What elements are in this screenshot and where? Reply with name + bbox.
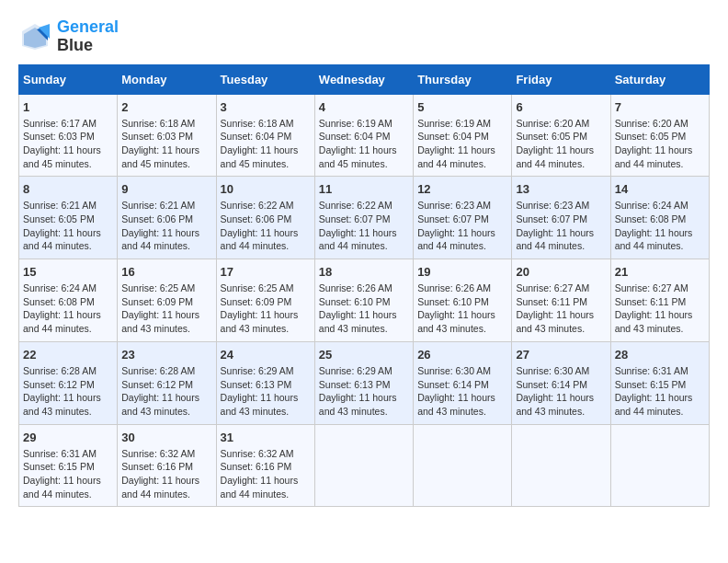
day-number: 9 <box>121 182 211 196</box>
day-info: Sunrise: 6:23 AM Sunset: 6:07 PM Dayligh… <box>516 199 606 253</box>
calendar-week-row: 1 Sunrise: 6:17 AM Sunset: 6:03 PM Dayli… <box>19 94 710 177</box>
page-header: General Blue <box>18 18 710 55</box>
day-info: Sunrise: 6:23 AM Sunset: 6:07 PM Dayligh… <box>417 199 507 253</box>
header-sunday: Sunday <box>19 64 118 94</box>
day-info: Sunrise: 6:21 AM Sunset: 6:06 PM Dayligh… <box>121 199 211 253</box>
calendar-week-row: 22 Sunrise: 6:28 AM Sunset: 6:12 PM Dayl… <box>19 341 710 424</box>
day-info: Sunrise: 6:29 AM Sunset: 6:13 PM Dayligh… <box>319 364 409 419</box>
day-info: Sunrise: 6:19 AM Sunset: 6:04 PM Dayligh… <box>319 117 409 171</box>
calendar-cell: 1 Sunrise: 6:17 AM Sunset: 6:03 PM Dayli… <box>19 94 118 177</box>
calendar-cell: 19 Sunrise: 6:26 AM Sunset: 6:10 PM Dayl… <box>414 259 512 342</box>
day-number: 17 <box>221 265 311 279</box>
calendar-week-row: 15 Sunrise: 6:24 AM Sunset: 6:08 PM Dayl… <box>19 259 710 342</box>
day-info: Sunrise: 6:20 AM Sunset: 6:05 PM Dayligh… <box>516 117 606 171</box>
header-saturday: Saturday <box>610 64 709 94</box>
calendar-week-row: 29 Sunrise: 6:31 AM Sunset: 6:15 PM Dayl… <box>19 424 710 507</box>
day-number: 1 <box>23 100 113 114</box>
day-info: Sunrise: 6:28 AM Sunset: 6:12 PM Dayligh… <box>23 364 113 419</box>
day-number: 6 <box>516 100 606 114</box>
calendar-cell: 15 Sunrise: 6:24 AM Sunset: 6:08 PM Dayl… <box>19 259 118 342</box>
day-number: 30 <box>121 431 211 444</box>
calendar-week-row: 8 Sunrise: 6:21 AM Sunset: 6:05 PM Dayli… <box>19 177 710 259</box>
day-info: Sunrise: 6:19 AM Sunset: 6:04 PM Dayligh… <box>417 117 507 171</box>
day-info: Sunrise: 6:24 AM Sunset: 6:08 PM Dayligh… <box>23 282 113 336</box>
day-number: 4 <box>319 100 409 114</box>
calendar-cell: 22 Sunrise: 6:28 AM Sunset: 6:12 PM Dayl… <box>19 341 118 424</box>
day-info: Sunrise: 6:18 AM Sunset: 6:03 PM Dayligh… <box>121 117 211 171</box>
calendar-cell: 3 Sunrise: 6:18 AM Sunset: 6:04 PM Dayli… <box>216 94 314 177</box>
calendar-cell: 18 Sunrise: 6:26 AM Sunset: 6:10 PM Dayl… <box>314 259 413 342</box>
day-number: 25 <box>319 348 409 362</box>
day-info: Sunrise: 6:31 AM Sunset: 6:15 PM Dayligh… <box>615 364 705 419</box>
day-info: Sunrise: 6:31 AM Sunset: 6:15 PM Dayligh… <box>23 447 113 501</box>
day-info: Sunrise: 6:22 AM Sunset: 6:06 PM Dayligh… <box>221 199 311 253</box>
calendar-cell: 8 Sunrise: 6:21 AM Sunset: 6:05 PM Dayli… <box>19 177 118 259</box>
day-number: 16 <box>121 265 211 279</box>
calendar-cell: 2 Sunrise: 6:18 AM Sunset: 6:03 PM Dayli… <box>118 94 216 177</box>
day-number: 29 <box>23 431 113 444</box>
day-number: 12 <box>417 182 507 196</box>
day-info: Sunrise: 6:24 AM Sunset: 6:08 PM Dayligh… <box>615 199 705 253</box>
day-info: Sunrise: 6:21 AM Sunset: 6:05 PM Dayligh… <box>23 199 113 253</box>
day-info: Sunrise: 6:18 AM Sunset: 6:04 PM Dayligh… <box>221 117 311 171</box>
calendar-cell: 26 Sunrise: 6:30 AM Sunset: 6:14 PM Dayl… <box>414 341 512 424</box>
header-monday: Monday <box>118 64 216 94</box>
day-number: 27 <box>516 348 606 362</box>
day-number: 15 <box>23 265 113 279</box>
header-tuesday: Tuesday <box>216 64 314 94</box>
day-number: 24 <box>221 348 311 362</box>
calendar-cell <box>314 424 413 507</box>
logo: General Blue <box>18 18 119 55</box>
day-info: Sunrise: 6:30 AM Sunset: 6:14 PM Dayligh… <box>516 364 606 419</box>
day-number: 21 <box>615 265 705 279</box>
day-info: Sunrise: 6:32 AM Sunset: 6:16 PM Dayligh… <box>221 447 311 501</box>
day-number: 11 <box>319 182 409 196</box>
calendar-cell: 29 Sunrise: 6:31 AM Sunset: 6:15 PM Dayl… <box>19 424 118 507</box>
day-number: 31 <box>221 431 311 444</box>
day-number: 22 <box>23 348 113 362</box>
day-info: Sunrise: 6:26 AM Sunset: 6:10 PM Dayligh… <box>319 282 409 336</box>
day-number: 20 <box>516 265 606 279</box>
day-info: Sunrise: 6:29 AM Sunset: 6:13 PM Dayligh… <box>221 364 311 419</box>
calendar-cell <box>610 424 709 507</box>
day-number: 8 <box>23 182 113 196</box>
calendar-cell: 16 Sunrise: 6:25 AM Sunset: 6:09 PM Dayl… <box>118 259 216 342</box>
calendar-cell: 6 Sunrise: 6:20 AM Sunset: 6:05 PM Dayli… <box>512 94 610 177</box>
day-number: 23 <box>121 348 211 362</box>
logo-text: General Blue <box>57 18 119 55</box>
calendar-cell: 12 Sunrise: 6:23 AM Sunset: 6:07 PM Dayl… <box>414 177 512 259</box>
day-number: 13 <box>516 182 606 196</box>
calendar-cell: 10 Sunrise: 6:22 AM Sunset: 6:06 PM Dayl… <box>216 177 314 259</box>
calendar-cell: 28 Sunrise: 6:31 AM Sunset: 6:15 PM Dayl… <box>610 341 709 424</box>
day-number: 19 <box>417 265 507 279</box>
calendar-cell: 4 Sunrise: 6:19 AM Sunset: 6:04 PM Dayli… <box>314 94 413 177</box>
calendar-table: SundayMondayTuesdayWednesdayThursdayFrid… <box>18 64 710 508</box>
day-number: 28 <box>615 348 705 362</box>
calendar-cell: 31 Sunrise: 6:32 AM Sunset: 6:16 PM Dayl… <box>216 424 314 507</box>
day-info: Sunrise: 6:30 AM Sunset: 6:14 PM Dayligh… <box>417 364 507 419</box>
calendar-cell: 17 Sunrise: 6:25 AM Sunset: 6:09 PM Dayl… <box>216 259 314 342</box>
calendar-cell: 30 Sunrise: 6:32 AM Sunset: 6:16 PM Dayl… <box>118 424 216 507</box>
calendar-header-row: SundayMondayTuesdayWednesdayThursdayFrid… <box>19 64 710 94</box>
day-number: 26 <box>417 348 507 362</box>
calendar-cell: 27 Sunrise: 6:30 AM Sunset: 6:14 PM Dayl… <box>512 341 610 424</box>
header-thursday: Thursday <box>414 64 512 94</box>
calendar-cell: 23 Sunrise: 6:28 AM Sunset: 6:12 PM Dayl… <box>118 341 216 424</box>
calendar-cell: 21 Sunrise: 6:27 AM Sunset: 6:11 PM Dayl… <box>610 259 709 342</box>
calendar-cell: 14 Sunrise: 6:24 AM Sunset: 6:08 PM Dayl… <box>610 177 709 259</box>
header-wednesday: Wednesday <box>314 64 413 94</box>
day-number: 3 <box>221 100 311 114</box>
day-info: Sunrise: 6:17 AM Sunset: 6:03 PM Dayligh… <box>23 117 113 171</box>
day-number: 10 <box>221 182 311 196</box>
calendar-cell <box>414 424 512 507</box>
day-number: 5 <box>417 100 507 114</box>
day-info: Sunrise: 6:22 AM Sunset: 6:07 PM Dayligh… <box>319 199 409 253</box>
calendar-cell: 20 Sunrise: 6:27 AM Sunset: 6:11 PM Dayl… <box>512 259 610 342</box>
day-info: Sunrise: 6:26 AM Sunset: 6:10 PM Dayligh… <box>417 282 507 336</box>
day-number: 14 <box>615 182 705 196</box>
calendar-cell: 7 Sunrise: 6:20 AM Sunset: 6:05 PM Dayli… <box>610 94 709 177</box>
day-number: 7 <box>615 100 705 114</box>
day-info: Sunrise: 6:32 AM Sunset: 6:16 PM Dayligh… <box>121 447 211 501</box>
calendar-cell <box>512 424 610 507</box>
header-friday: Friday <box>512 64 610 94</box>
